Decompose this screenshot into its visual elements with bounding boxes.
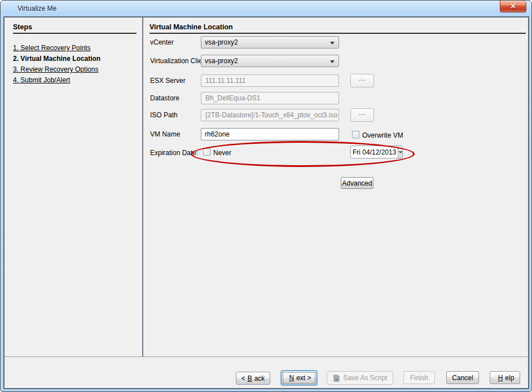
date-dropdown-button[interactable] xyxy=(398,146,403,158)
steps-header-rule xyxy=(13,33,137,34)
vcenter-label: vCenter xyxy=(150,38,174,46)
save-as-script-button: Save As Script xyxy=(327,371,393,385)
page-title: Virtual Machine Location xyxy=(150,23,233,31)
virtualization-client-value: vsa-proxy2 xyxy=(205,57,238,65)
iso-path-field: [2TB-Datastore]/1-Touch_x64_ptov_oct3.is… xyxy=(201,109,339,121)
chevron-down-icon xyxy=(398,151,403,153)
esx-server-label: ESX Server xyxy=(150,77,186,85)
iso-path-browse-button[interactable]: ... xyxy=(350,108,374,122)
expiration-date-picker[interactable]: Fri 04/12/2013 xyxy=(350,146,403,158)
window-title: Virtualize Me xyxy=(17,5,56,12)
sidebar-item-virtual-machine-location[interactable]: 2. Virtual Machine Location xyxy=(13,55,100,63)
expiration-date-value: Fri 04/12/2013 xyxy=(351,146,398,158)
advanced-button[interactable]: Advanced xyxy=(341,177,373,189)
finish-button: Finish xyxy=(403,371,435,384)
vcenter-combobox[interactable]: vsa-proxy2 xyxy=(201,36,339,49)
dialog-body: Steps 1. Select Recovery Points 2. Virtu… xyxy=(3,16,529,389)
next-button[interactable]: Next > xyxy=(281,371,317,385)
expiration-date-label: Expiration Date: xyxy=(150,149,198,157)
dialog-window: Virtualize Me ✕ Steps 1. Select Recovery… xyxy=(0,0,532,392)
never-checkbox[interactable] xyxy=(203,148,210,156)
help-label: elp xyxy=(505,374,514,382)
next-label-mnemonic: N xyxy=(289,374,294,382)
footer-separator xyxy=(5,356,528,357)
page-title-rule xyxy=(150,33,526,34)
help-button[interactable]: Help xyxy=(490,371,520,384)
back-label: < xyxy=(241,375,245,382)
vm-name-label: VM Name xyxy=(150,130,180,138)
script-icon xyxy=(332,374,341,382)
sidebar-item-select-recovery-points[interactable]: 1. Select Recovery Points xyxy=(13,44,90,52)
close-button[interactable]: ✕ xyxy=(500,1,526,12)
datastore-field: Bh_DellEqua-DS1 xyxy=(201,92,339,104)
sidebar-item-submit-job-alert[interactable]: 4. Submit Job/Alert xyxy=(13,76,70,84)
overwrite-vm-label: Overwrite VM xyxy=(362,131,403,139)
titlebar[interactable]: Virtualize Me ✕ xyxy=(1,1,531,16)
close-icon: ✕ xyxy=(510,3,516,10)
never-label: Never xyxy=(213,149,231,157)
datastore-label: Datastore xyxy=(150,94,179,102)
chevron-down-icon xyxy=(330,60,335,63)
iso-path-label: ISO Path xyxy=(150,111,178,119)
sidebar-item-review-recovery-options[interactable]: 3. Review Recovery Options xyxy=(13,65,98,73)
esx-server-browse-button[interactable]: ... xyxy=(350,74,374,87)
esx-server-field: 111.11.11.111 xyxy=(201,74,339,87)
back-button[interactable]: < Back xyxy=(236,372,270,385)
chevron-down-icon xyxy=(330,42,335,45)
save-as-script-label: Save As Script xyxy=(343,374,387,382)
vm-name-input[interactable] xyxy=(201,128,339,140)
overwrite-vm-checkbox[interactable] xyxy=(352,131,359,138)
help-label-mnemonic: H xyxy=(498,374,503,382)
vcenter-value: vsa-proxy2 xyxy=(205,38,238,46)
steps-header: Steps xyxy=(13,23,32,31)
back-label-mnemonic: B xyxy=(248,375,252,382)
virtualization-client-label: Virtualization Client xyxy=(150,57,208,65)
virtualization-client-combobox[interactable]: vsa-proxy2 xyxy=(201,55,339,67)
sidebar-divider xyxy=(142,17,143,356)
next-label: ext > xyxy=(296,374,311,382)
back-label: ack xyxy=(254,375,265,382)
cancel-button[interactable]: Cancel xyxy=(446,371,479,384)
